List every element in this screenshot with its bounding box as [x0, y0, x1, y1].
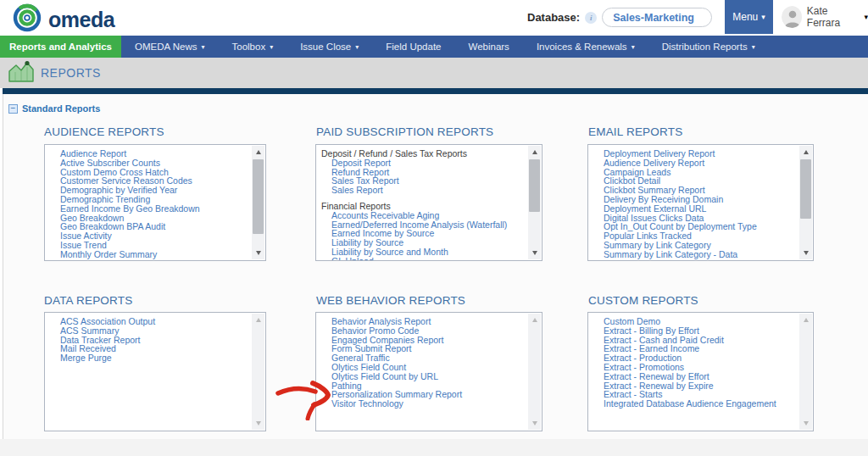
report-link[interactable]: Behavior Promo Code [316, 326, 528, 336]
scroll-down-icon [799, 417, 812, 430]
report-link[interactable]: Extract - Renewal by Effort [588, 372, 799, 381]
scrollbar[interactable] [252, 314, 264, 430]
menu-label: Menu [732, 11, 758, 23]
nav-item-label: Toolbox [232, 42, 266, 52]
scroll-down-icon [252, 417, 264, 430]
report-link[interactable]: Extract - Billing By Effort [588, 326, 799, 336]
report-link[interactable]: Active Subscriber Counts [45, 158, 252, 168]
scrollbar[interactable] [528, 146, 541, 259]
top-header: omeda Database: i Menu ▾ Kate Ferrara ▾ [0, 0, 868, 36]
chevron-down-icon: ▾ [355, 44, 359, 51]
scroll-up-icon [799, 314, 812, 326]
collapse-icon[interactable]: − [8, 104, 18, 114]
report-link[interactable]: Audience Delivery Report [588, 158, 799, 168]
scrollbar-thumb[interactable] [800, 159, 811, 219]
report-link[interactable]: Olytics Field Count by URL [316, 372, 528, 381]
section-title-custom-reports: CUSTOM REPORTS [588, 294, 698, 307]
scrollbar[interactable] [799, 314, 812, 430]
chevron-down-icon: ▾ [752, 44, 755, 51]
section-title-data-reports: DATA REPORTS [44, 294, 132, 307]
report-list: Deployment Delivery ReportAudience Deliv… [588, 145, 799, 260]
report-listbox: Audience ReportActive Subscriber CountsC… [44, 144, 266, 261]
scroll-up-icon [252, 314, 264, 326]
section-title-web-behavior-reports: WEB BEHAVIOR REPORTS [316, 294, 465, 307]
divider-bar [3, 88, 868, 94]
report-link[interactable]: Merge Purge [45, 353, 252, 363]
nav-item-toolbox[interactable]: Toolbox▾ [219, 36, 287, 58]
page-title: REPORTS [41, 66, 101, 80]
report-link[interactable]: Summary Stats [588, 259, 799, 260]
scrollbar[interactable] [799, 146, 812, 259]
reports-chart-icon [8, 60, 34, 86]
nav-item-field-update[interactable]: Field Update [372, 36, 454, 58]
section-title-paid-subscription-reports: PAID SUBSCRIPTION REPORTS [316, 125, 493, 138]
scroll-down-icon[interactable] [799, 247, 812, 259]
report-link[interactable]: Earned Income By Geo Breakdown [45, 204, 252, 214]
report-list: Behavior Analysis ReportBehavior Promo C… [316, 313, 528, 431]
report-link[interactable]: Integrated Database Audience Engagement [588, 399, 799, 409]
omeda-logo-icon [12, 3, 42, 36]
avatar [782, 6, 802, 28]
chevron-down-icon: ▾ [864, 14, 868, 21]
report-list: Custom DemoExtract - Billing By EffortEx… [588, 313, 799, 431]
chevron-down-icon: ▾ [761, 14, 765, 21]
nav-item-label: Issue Close [300, 42, 351, 52]
report-listbox: Behavior Analysis ReportBehavior Promo C… [315, 312, 542, 431]
nav-item-omeda-news[interactable]: OMEDA News▾ [121, 36, 219, 58]
nav-item-label: Invoices & Renewals [537, 42, 627, 52]
report-link[interactable]: Deposit Report [316, 158, 528, 168]
info-icon[interactable]: i [585, 12, 597, 24]
scrollbar[interactable] [252, 146, 264, 259]
chevron-down-icon: ▾ [632, 44, 635, 51]
scroll-up-icon[interactable] [528, 146, 541, 158]
report-list: ACS Association OutputACS SummaryData Tr… [45, 313, 252, 431]
scroll-up-icon[interactable] [252, 146, 264, 158]
report-link[interactable]: ACS Summary [45, 326, 252, 336]
omeda-logo-text: omeda [48, 8, 114, 32]
nav-item-label: OMEDA News [135, 42, 198, 52]
scrollbar[interactable] [528, 314, 541, 430]
report-link[interactable]: GL Upload [316, 257, 528, 260]
scroll-down-icon [528, 417, 541, 430]
scroll-down-icon[interactable] [528, 247, 541, 259]
nav-item-distribution-reports[interactable]: Distribution Reports▾ [648, 36, 769, 58]
nav-item-reports-and-analytics[interactable]: Reports and Analytics [0, 36, 121, 58]
section-title-email-reports: EMAIL REPORTS [588, 125, 682, 138]
user-menu[interactable]: Kate Ferrara ▾ [782, 0, 868, 34]
page: omeda Database: i Menu ▾ Kate Ferrara ▾ [0, 0, 868, 456]
report-listbox: Deposit / Refund / Sales Tax ReportsDepo… [315, 144, 542, 261]
report-listbox: Custom DemoExtract - Billing By EffortEx… [587, 312, 814, 431]
omeda-logo[interactable]: omeda [12, 3, 114, 36]
report-link[interactable]: Deployment External URL [588, 204, 799, 214]
report-link[interactable]: Accounts Receivable Aging [316, 211, 528, 220]
section-title-audience-reports: AUDIENCE REPORTS [44, 125, 164, 138]
page-title-band: REPORTS [0, 58, 868, 88]
standard-reports-label: Standard Reports [22, 103, 100, 114]
report-link[interactable]: Summary by Link Category - Data [588, 250, 799, 259]
nav-item-invoices-renewals[interactable]: Invoices & Renewals▾ [523, 36, 648, 58]
report-listbox: Deployment Delivery ReportAudience Deliv… [587, 144, 814, 261]
report-link[interactable]: Visitor Technology [316, 399, 528, 409]
nav-item-label: Field Update [386, 42, 441, 52]
user-name: Kate Ferrara [807, 5, 860, 29]
scrollbar-thumb[interactable] [253, 159, 264, 234]
nav-item-label: Distribution Reports [662, 42, 748, 52]
nav-item-webinars[interactable]: Webinars [455, 36, 523, 58]
database-input[interactable] [602, 8, 712, 27]
menu-button[interactable]: Menu ▾ [725, 0, 773, 34]
nav-item-label: Webinars [469, 42, 509, 52]
report-link[interactable]: New Names Source [45, 259, 252, 260]
database-selector: Database: i [527, 8, 712, 27]
scroll-up-icon[interactable] [799, 146, 812, 158]
nav-item-issue-close[interactable]: Issue Close▾ [287, 36, 372, 58]
scrollbar-thumb[interactable] [529, 159, 540, 212]
scroll-down-icon[interactable] [252, 247, 264, 259]
main-nav: Reports and Analytics OMEDA News▾Toolbox… [0, 36, 868, 58]
report-listbox: ACS Association OutputACS SummaryData Tr… [44, 312, 266, 431]
report-list: Audience ReportActive Subscriber CountsC… [45, 145, 252, 260]
report-link[interactable]: Sales Report [316, 186, 528, 195]
report-link[interactable]: Monthly Order Summary [45, 250, 252, 259]
report-list: Deposit / Refund / Sales Tax ReportsDepo… [316, 145, 528, 260]
database-label: Database: [527, 11, 580, 24]
standard-reports-toggle[interactable]: − Standard Reports [8, 103, 100, 114]
